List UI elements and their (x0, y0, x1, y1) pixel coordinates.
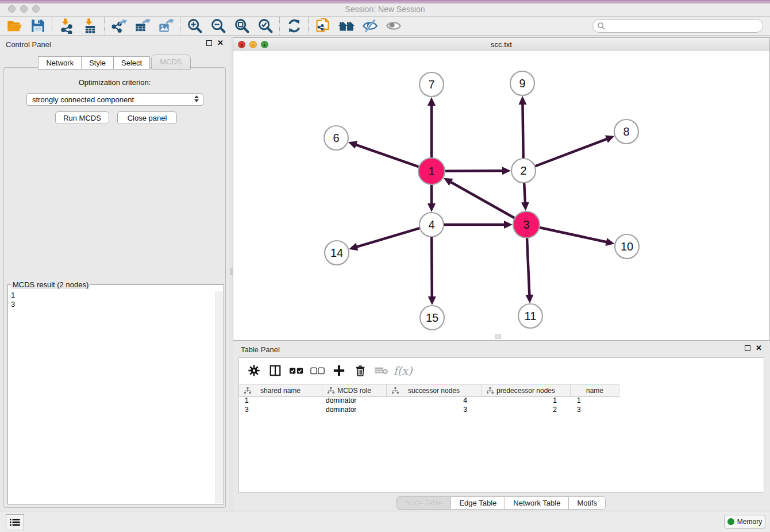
graph-edge-3-10[interactable] (538, 227, 615, 246)
cell-name[interactable]: 1 (571, 396, 619, 405)
graph-node-7[interactable]: 7 (419, 72, 444, 97)
graph-node-3[interactable]: 3 (513, 211, 540, 238)
cell-successor-nodes[interactable]: 4 (387, 396, 482, 405)
memory-button[interactable]: Memory (724, 515, 765, 529)
table-panel-tabs: Node Table Edge Table Network Table Moti… (233, 496, 770, 510)
tab-style[interactable]: Style (81, 56, 114, 70)
float-table-panel-icon[interactable] (745, 345, 750, 351)
tab-node-table[interactable]: Node Table (396, 496, 452, 510)
tab-select[interactable]: Select (113, 56, 150, 70)
cell-mcds-role[interactable]: dominator (322, 405, 387, 414)
export-table-button[interactable] (130, 17, 154, 35)
clear-selection-button[interactable] (310, 363, 326, 379)
close-panel-icon[interactable]: ✕ (217, 40, 224, 46)
zoom-selected-button[interactable] (253, 17, 277, 35)
table-row[interactable]: 1 dominator 4 1 1 (239, 396, 764, 405)
graph-edge-2-9[interactable] (518, 96, 526, 160)
unchecked-boxes-icon (310, 365, 325, 376)
network-window-titlebar[interactable]: x − + scc.txt (233, 38, 769, 52)
export-image-button[interactable] (154, 17, 178, 35)
graph-edge-1-2[interactable] (444, 167, 511, 175)
import-table-button[interactable] (78, 17, 102, 35)
search-input[interactable] (606, 21, 752, 30)
mcds-result-lines: 1 3 (11, 291, 15, 309)
cell-predecessor-nodes[interactable]: 2 (482, 405, 571, 414)
refresh-layout-button[interactable] (282, 17, 306, 35)
open-file-button[interactable] (2, 17, 26, 35)
cell-shared-name[interactable]: 1 (239, 396, 322, 405)
cell-mcds-role[interactable]: dominator (322, 396, 387, 405)
graph-edge-2-8[interactable] (534, 136, 615, 167)
graph-edge-4-3[interactable] (442, 221, 513, 229)
export-network-button[interactable] (107, 17, 130, 35)
control-panel-header: Control Panel ✕ (0, 36, 229, 53)
graph-edge-2-3[interactable] (521, 182, 529, 211)
result-scrollbar[interactable] (215, 291, 223, 503)
delete-table-button[interactable] (374, 363, 390, 379)
svg-text:3: 3 (523, 218, 529, 231)
network-scroll-handle[interactable] (495, 334, 501, 339)
search-field[interactable] (592, 19, 763, 33)
criterion-select[interactable]: strongly connected component (26, 93, 203, 106)
memory-status-icon (727, 518, 734, 525)
cell-name[interactable]: 3 (571, 405, 619, 414)
graph-edge-1-6[interactable] (348, 141, 420, 167)
close-panel-button[interactable]: Close panel (117, 111, 177, 124)
optimization-criterion-label: Optimization criterion: (4, 78, 225, 87)
graph-edge-1-7[interactable] (428, 97, 436, 159)
float-panel-icon[interactable] (206, 40, 212, 46)
graph-node-6[interactable]: 6 (324, 126, 348, 150)
first-neighbors-button[interactable] (334, 17, 358, 35)
tab-mcds[interactable]: MCDS (151, 55, 190, 70)
graph-edge-1-4[interactable] (428, 183, 436, 212)
graph-edge-4-14[interactable] (349, 228, 421, 250)
graph-node-15[interactable]: 15 (420, 306, 444, 330)
show-columns-button[interactable] (267, 363, 283, 379)
mcds-panel-body: Optimization criterion: strongly connect… (3, 67, 226, 508)
task-history-button[interactable] (6, 514, 24, 530)
gear-button[interactable] (246, 363, 262, 379)
tab-edge-table[interactable]: Edge Table (451, 496, 505, 510)
run-mcds-button[interactable]: Run MCDS (55, 111, 109, 124)
cell-predecessor-nodes[interactable]: 1 (482, 396, 571, 405)
tab-network[interactable]: Network (38, 56, 82, 70)
clone-network-button[interactable] (311, 17, 334, 35)
column-header-shared-name[interactable]: shared name (239, 384, 322, 397)
trash-icon (355, 364, 366, 377)
save-session-button[interactable] (26, 17, 49, 35)
function-builder-button[interactable]: f(x) (395, 363, 411, 379)
graph-edge-3-11[interactable] (525, 237, 533, 303)
graph-node-8[interactable]: 8 (614, 119, 638, 144)
show-graphics-details-button[interactable] (382, 17, 405, 35)
delete-column-button[interactable] (352, 363, 368, 379)
column-header-predecessor-nodes[interactable]: predecessor nodes (482, 384, 571, 397)
graph-node-11[interactable]: 11 (518, 304, 542, 328)
cell-successor-nodes[interactable]: 3 (387, 405, 482, 414)
column-header-mcds-role[interactable]: MCDS role (322, 384, 387, 397)
graph-edge-4-15[interactable] (428, 236, 436, 305)
graph-node-10[interactable]: 10 (615, 234, 639, 259)
graph-node-2[interactable]: 2 (511, 159, 536, 183)
zoom-in-button[interactable] (183, 17, 206, 35)
graph-node-14[interactable]: 14 (325, 241, 349, 265)
graph-node-4[interactable]: 4 (419, 213, 444, 237)
column-header-name[interactable]: name (571, 384, 619, 397)
import-network-button[interactable] (55, 17, 78, 35)
zoom-out-button[interactable] (206, 17, 230, 35)
network-canvas[interactable]: 7968124314101511 (233, 51, 769, 340)
tab-network-table[interactable]: Network Table (505, 496, 569, 510)
hide-graphics-details-button[interactable] (358, 17, 382, 35)
graph-node-9[interactable]: 9 (510, 71, 534, 95)
select-all-button[interactable] (288, 363, 305, 379)
add-column-button[interactable] (331, 363, 347, 379)
cell-shared-name[interactable]: 3 (239, 405, 322, 414)
column-header-successor-nodes[interactable]: successor nodes (387, 384, 482, 397)
zoom-fit-button[interactable] (230, 17, 253, 35)
svg-text:6: 6 (333, 132, 339, 144)
close-table-panel-icon[interactable]: ✕ (756, 345, 762, 351)
table-row[interactable]: 3 dominator 3 2 3 (239, 405, 764, 414)
eye-slash-icon (362, 18, 378, 34)
graph-edge-3-1[interactable] (444, 178, 516, 219)
tab-motifs[interactable]: Motifs (568, 496, 606, 510)
graph-node-1[interactable]: 1 (418, 158, 445, 184)
